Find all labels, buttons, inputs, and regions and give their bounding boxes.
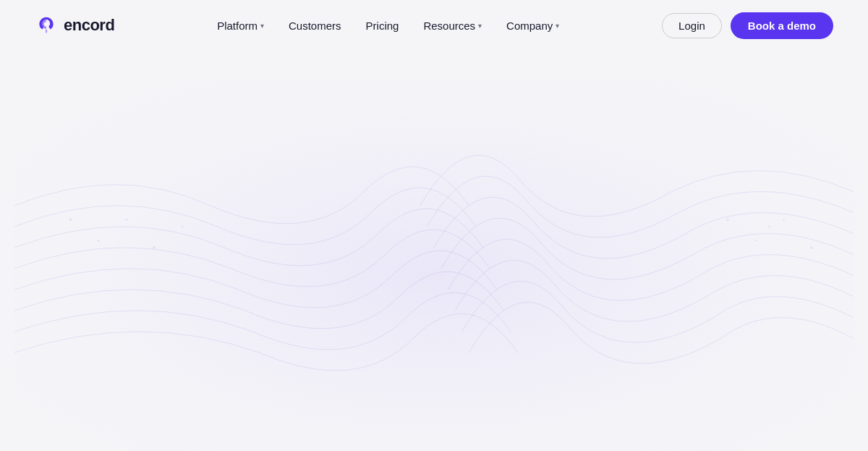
- logo[interactable]: eNCORD: [35, 14, 114, 37]
- book-demo-button[interactable]: Book a demo: [731, 12, 833, 39]
- svg-point-9: [783, 219, 785, 221]
- svg-point-2: [69, 218, 72, 221]
- svg-point-6: [182, 226, 184, 228]
- nav-item-customers[interactable]: Customers: [278, 14, 352, 38]
- hero-section: New Manage & curate audio data in Encord…: [0, 51, 868, 451]
- chevron-down-icon: ▾: [478, 22, 482, 30]
- svg-point-10: [810, 246, 813, 249]
- svg-point-4: [125, 219, 127, 221]
- chevron-down-icon: ▾: [556, 22, 559, 30]
- nav-actions: Login Book a demo: [662, 12, 833, 39]
- login-button[interactable]: Login: [662, 13, 722, 38]
- nav-item-resources[interactable]: Resources ▾: [413, 14, 492, 38]
- nav-item-pricing[interactable]: Pricing: [356, 14, 409, 38]
- nav-links: Platform ▾ Customers Pricing Resources ▾…: [207, 14, 569, 38]
- chevron-down-icon: ▾: [260, 22, 264, 30]
- nav-item-company[interactable]: Company ▾: [496, 14, 569, 38]
- logo-wordmark: eNCORD: [64, 16, 114, 35]
- svg-rect-0: [14, 80, 854, 451]
- svg-point-11: [769, 226, 771, 228]
- svg-point-5: [153, 246, 156, 249]
- svg-point-8: [754, 240, 757, 242]
- navbar: eNCORD Platform ▾ Customers Pricing Reso…: [0, 0, 868, 51]
- nav-item-platform[interactable]: Platform ▾: [207, 14, 274, 38]
- svg-point-3: [98, 240, 100, 242]
- svg-point-1: [14, 80, 854, 451]
- svg-point-7: [726, 218, 729, 221]
